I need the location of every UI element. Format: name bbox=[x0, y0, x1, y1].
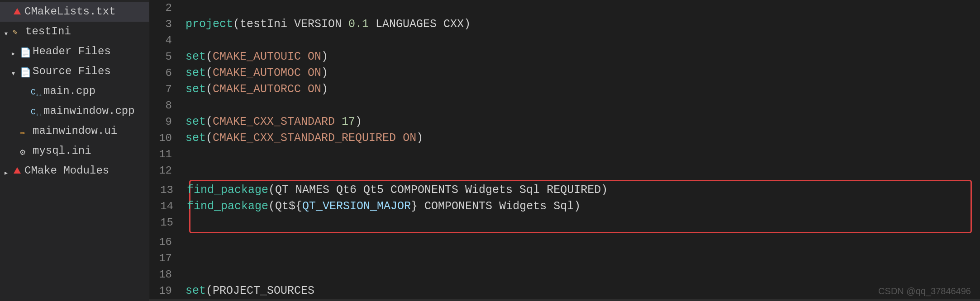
sidebar-item-testini[interactable]: ✎ testIni bbox=[0, 22, 149, 42]
arrow-closed-icon2 bbox=[4, 167, 11, 174]
ini-icon: ⚙ bbox=[20, 146, 30, 156]
mainwindow-ui-label: mainwindow.ui bbox=[33, 123, 117, 139]
sidebar-item-header-files[interactable]: 📄 Header Files bbox=[0, 42, 149, 61]
arrow-open-icon2 bbox=[11, 68, 18, 75]
header-files-label: Header Files bbox=[33, 43, 111, 60]
red-highlight-group: 13 find_package(QT NAMES Qt6 Qt5 COMPONE… bbox=[149, 180, 980, 233]
sidebar-item-main-cpp[interactable]: C++ main.cpp bbox=[0, 81, 149, 101]
mainwindow-cpp-label: mainwindow.cpp bbox=[43, 103, 135, 119]
cmake-icon bbox=[13, 7, 22, 16]
file-tree-sidebar[interactable]: CMakeLists.txt ✎ testIni 📄 Header Files … bbox=[0, 0, 149, 301]
folder-doc-icon: 📄 bbox=[20, 47, 30, 56]
code-content: 2 3 project(testIni VERSION 0.1 LANGUAGE… bbox=[149, 0, 980, 301]
code-line-15: 15 bbox=[190, 215, 970, 231]
code-line-5: 5 set(CMAKE_AUTOUIC ON) bbox=[149, 49, 980, 65]
svg-marker-0 bbox=[14, 8, 21, 14]
code-line-18: 18 bbox=[149, 267, 980, 283]
cpp-icon2: C++ bbox=[31, 106, 41, 116]
main-cpp-label: main.cpp bbox=[43, 83, 95, 99]
arrow-open-icon bbox=[4, 28, 11, 35]
code-line-3: 3 project(testIni VERSION 0.1 LANGUAGES … bbox=[149, 16, 980, 33]
folder-icon: ✎ bbox=[13, 27, 23, 37]
code-line-8: 8 bbox=[149, 98, 980, 114]
arrow-closed-icon bbox=[11, 48, 18, 55]
code-line-13: 13 find_package(QT NAMES Qt6 Qt5 COMPONE… bbox=[190, 182, 970, 198]
code-line-4: 4 bbox=[149, 33, 980, 49]
sidebar-item-cmakelists[interactable]: CMakeLists.txt bbox=[0, 2, 149, 22]
watermark: CSDN @qq_37846496 bbox=[878, 286, 971, 296]
cmake-modules-label: CMake Modules bbox=[24, 163, 109, 179]
code-line-11: 11 bbox=[149, 146, 980, 163]
code-line-9: 9 set(CMAKE_CXX_STANDARD 17) bbox=[149, 114, 980, 130]
cmakelists-label: CMakeLists.txt bbox=[24, 4, 116, 20]
code-editor[interactable]: 2 3 project(testIni VERSION 0.1 LANGUAGE… bbox=[149, 0, 980, 301]
code-line-14: 14 find_package(Qt${QT_VERSION_MAJOR} CO… bbox=[190, 198, 970, 215]
cmake-folder-icon bbox=[13, 166, 22, 175]
code-line-20: 20 main.cpp bbox=[149, 299, 980, 301]
sidebar-item-source-files[interactable]: 📄 Source Files bbox=[0, 61, 149, 81]
sidebar-item-cmake-modules[interactable]: CMake Modules bbox=[0, 161, 149, 181]
sidebar-item-mysql-ini[interactable]: ⚙ mysql.ini bbox=[0, 141, 149, 161]
code-line-16: 16 bbox=[149, 234, 980, 250]
ui-icon: ✏ bbox=[20, 126, 30, 136]
code-line-7: 7 set(CMAKE_AUTORCC ON) bbox=[149, 81, 980, 98]
code-line-12: 12 bbox=[149, 163, 980, 179]
code-line-10: 10 set(CMAKE_CXX_STANDARD_REQUIRED ON) bbox=[149, 130, 980, 146]
code-line-2: 2 bbox=[149, 0, 980, 16]
code-line-17: 17 bbox=[149, 250, 980, 267]
testini-label: testIni bbox=[25, 24, 71, 40]
svg-marker-1 bbox=[14, 167, 21, 174]
code-line-6: 6 set(CMAKE_AUTOMOC ON) bbox=[149, 65, 980, 81]
sidebar-item-mainwindow-ui[interactable]: ✏ mainwindow.ui bbox=[0, 121, 149, 141]
code-line-19: 19 set(PROJECT_SOURCES bbox=[149, 283, 980, 299]
sidebar-item-mainwindow-cpp[interactable]: C++ mainwindow.cpp bbox=[0, 101, 149, 121]
source-files-label: Source Files bbox=[33, 63, 111, 80]
mysql-ini-label: mysql.ini bbox=[33, 143, 91, 159]
folder-doc-icon2: 📄 bbox=[20, 66, 30, 76]
cpp-icon: C++ bbox=[31, 86, 41, 96]
